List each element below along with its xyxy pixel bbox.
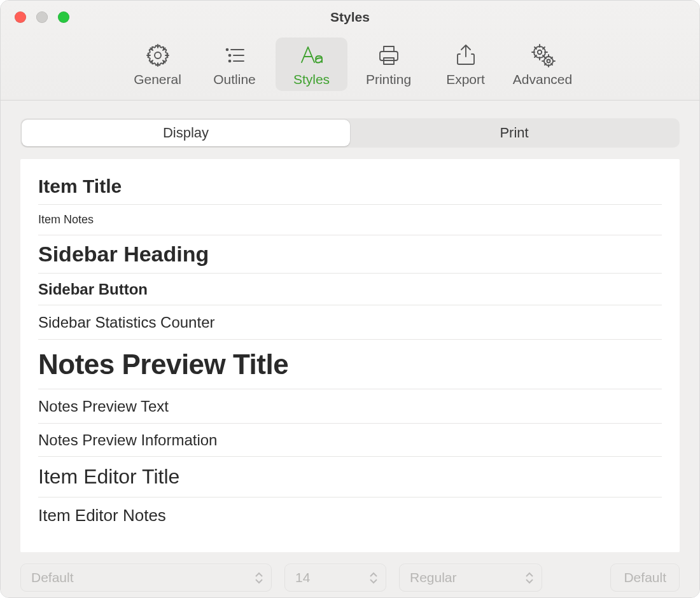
- font-size-popup[interactable]: 14: [284, 564, 386, 592]
- outline-icon: [222, 43, 248, 68]
- tab-label: Advanced: [513, 72, 572, 87]
- style-row-item-editor-title[interactable]: Item Editor Title: [38, 457, 662, 497]
- style-row-notes-preview-text[interactable]: Notes Preview Text: [38, 389, 662, 424]
- style-row-item-editor-notes[interactable]: Item Editor Notes: [38, 497, 662, 533]
- stepper-icon: [369, 564, 379, 591]
- reset-default-button[interactable]: Default: [610, 564, 680, 592]
- window-chrome: Styles General Outline Styles: [1, 1, 699, 101]
- style-label: Notes Preview Title: [38, 349, 288, 380]
- style-row-item-title[interactable]: Item Title: [38, 168, 662, 205]
- style-row-item-notes[interactable]: Item Notes: [38, 205, 662, 235]
- svg-point-2: [228, 55, 230, 57]
- stepper-icon: [525, 564, 535, 591]
- style-label: Item Editor Title: [38, 465, 179, 489]
- tab-label: Styles: [293, 72, 330, 87]
- tab-printing[interactable]: Printing: [353, 38, 424, 91]
- gears-icon: [530, 43, 556, 68]
- tab-general[interactable]: General: [122, 38, 193, 91]
- style-label: Notes Preview Information: [38, 431, 217, 449]
- style-row-sidebar-statistics[interactable]: Sidebar Statistics Counter: [38, 305, 662, 340]
- button-label: Default: [624, 570, 666, 585]
- font-weight-popup[interactable]: Regular: [399, 564, 542, 592]
- segment-display[interactable]: Display: [22, 120, 350, 146]
- display-print-segmented: Display Print: [20, 118, 680, 148]
- svg-point-1: [226, 49, 228, 51]
- svg-point-3: [228, 60, 230, 62]
- gear-icon: [145, 43, 171, 68]
- style-label: Item Notes: [38, 213, 94, 226]
- styles-list: Item Title Item Notes Sidebar Heading Si…: [20, 159, 680, 552]
- font-family-popup[interactable]: Default: [20, 564, 272, 592]
- svg-rect-9: [384, 58, 394, 64]
- minimize-window-button[interactable]: [36, 11, 48, 23]
- tab-label: Outline: [213, 72, 256, 87]
- popup-value: Default: [31, 570, 74, 585]
- style-row-sidebar-heading[interactable]: Sidebar Heading: [38, 235, 662, 274]
- popup-value: 14: [295, 570, 310, 585]
- bottom-controls: Default 14 Regular: [20, 564, 680, 592]
- share-icon: [453, 43, 479, 68]
- tab-advanced[interactable]: Advanced: [507, 38, 578, 91]
- tab-export[interactable]: Export: [430, 38, 501, 91]
- svg-point-0: [155, 52, 161, 59]
- style-label: Notes Preview Text: [38, 398, 169, 415]
- preferences-body: Display Print Item Title Item Notes Side…: [1, 101, 699, 598]
- svg-rect-8: [384, 46, 394, 52]
- tab-label: General: [134, 72, 181, 87]
- style-label: Sidebar Button: [38, 281, 148, 298]
- style-label: Item Title: [38, 176, 122, 197]
- tab-styles[interactable]: Styles: [276, 38, 347, 91]
- style-label: Sidebar Statistics Counter: [38, 314, 214, 331]
- style-label: Item Editor Notes: [38, 506, 166, 525]
- popup-value: Regular: [410, 570, 457, 585]
- style-label: Sidebar Heading: [38, 242, 209, 267]
- zoom-window-button[interactable]: [58, 11, 69, 23]
- window-title: Styles: [1, 10, 699, 25]
- traffic-lights: [1, 11, 69, 23]
- style-row-sidebar-button[interactable]: Sidebar Button: [38, 274, 662, 305]
- tab-label: Printing: [366, 72, 411, 87]
- svg-point-10: [537, 50, 541, 54]
- tab-label: Export: [446, 72, 485, 87]
- tab-outline[interactable]: Outline: [199, 38, 270, 91]
- stepper-icon: [255, 564, 265, 591]
- preferences-window: Styles General Outline Styles: [0, 0, 700, 598]
- segment-print[interactable]: Print: [350, 120, 678, 146]
- close-window-button[interactable]: [15, 11, 26, 23]
- style-row-notes-preview-title[interactable]: Notes Preview Title: [38, 340, 662, 389]
- titlebar: Styles: [1, 1, 699, 34]
- style-row-notes-preview-info[interactable]: Notes Preview Information: [38, 424, 662, 457]
- preferences-toolbar: General Outline Styles Printing: [1, 34, 699, 100]
- svg-rect-7: [380, 52, 398, 60]
- typography-icon: [299, 43, 325, 68]
- svg-point-12: [547, 60, 550, 63]
- printer-icon: [376, 43, 402, 68]
